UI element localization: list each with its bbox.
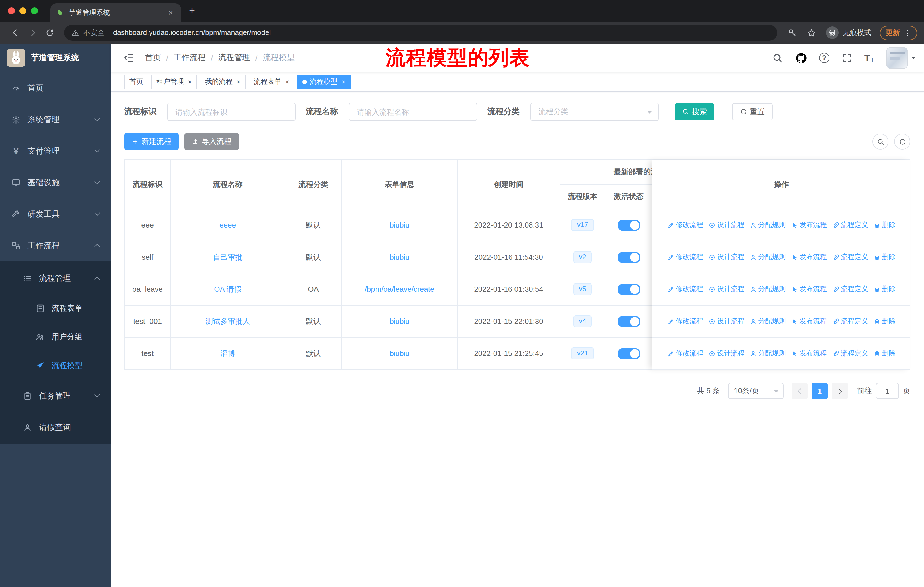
new-tab-button[interactable]: + [189,5,195,17]
row-action-definition[interactable]: 流程定义 [832,349,868,358]
process-name-link[interactable]: OA 请假 [214,284,241,294]
close-icon[interactable]: × [342,78,345,85]
submenu-item-5[interactable]: 请假查询 [0,412,111,443]
submenu-item-4[interactable]: 任务管理 [0,380,111,412]
row-action-publish[interactable]: 发布流程 [791,220,827,230]
browser-menu-icon[interactable]: ⋮ [904,28,911,37]
row-action-definition[interactable]: 流程定义 [832,252,868,262]
tab-close-icon[interactable]: × [166,8,175,17]
help-icon[interactable]: ? [819,53,830,63]
refresh-table-button[interactable] [894,134,910,150]
row-action-publish[interactable]: 发布流程 [791,252,827,262]
sidebar-item-0[interactable]: 首页 [0,72,111,104]
view-tag-0[interactable]: 首页 [124,74,148,89]
sidebar-item-3[interactable]: 基础设施 [0,167,111,198]
row-action-assign[interactable]: 分配规则 [749,284,785,294]
search-icon[interactable] [772,53,783,63]
reload-icon[interactable] [45,28,54,37]
create-process-button[interactable]: 新建流程 [124,133,179,150]
search-button[interactable]: 搜索 [675,103,714,121]
breadcrumb-item-2[interactable]: 流程管理 [218,53,250,63]
password-key-icon[interactable] [788,28,797,38]
row-action-assign[interactable]: 分配规则 [749,220,785,230]
page-1-button[interactable]: 1 [812,383,828,399]
bookmark-star-icon[interactable] [807,28,816,38]
process-name-link[interactable]: 测试多审批人 [205,316,250,326]
active-toggle[interactable] [617,219,640,231]
row-action-edit[interactable]: 修改流程 [667,316,703,326]
browser-tab[interactable]: 芋道管理系统 × [50,3,181,22]
active-toggle[interactable] [617,283,640,295]
row-action-design[interactable]: 设计流程 [708,316,744,326]
app-logo[interactable]: 芋道管理系统 [0,43,111,72]
row-action-definition[interactable]: 流程定义 [832,220,868,230]
row-action-delete[interactable]: 删除 [873,349,896,358]
sidebar-fold-icon[interactable] [123,52,135,64]
row-action-delete[interactable]: 删除 [873,220,896,230]
zoom-window-button[interactable] [31,7,38,14]
close-icon[interactable]: × [237,78,241,85]
fullscreen-icon[interactable] [842,53,852,63]
row-action-design[interactable]: 设计流程 [708,252,744,262]
row-action-definition[interactable]: 流程定义 [832,316,868,326]
active-toggle[interactable] [617,348,640,359]
filter-input-0[interactable] [167,103,295,121]
form-info-link[interactable]: biubiu [389,349,409,358]
row-action-edit[interactable]: 修改流程 [667,220,703,230]
filter-input-1[interactable] [349,103,477,121]
import-process-button[interactable]: 导入流程 [185,133,239,150]
row-action-delete[interactable]: 删除 [873,284,896,294]
minimize-window-button[interactable] [20,7,26,14]
row-action-publish[interactable]: 发布流程 [791,284,827,294]
submenu-item-1[interactable]: 流程表单 [0,294,111,323]
view-tag-2[interactable]: 我的流程× [200,74,246,89]
sidebar-item-2[interactable]: ¥支付管理 [0,135,111,167]
next-page-button[interactable] [832,383,848,399]
row-action-edit[interactable]: 修改流程 [667,349,703,358]
active-toggle[interactable] [617,316,640,327]
view-tag-3[interactable]: 流程表单× [249,74,294,89]
sidebar-item-4[interactable]: 研发工具 [0,198,111,230]
row-action-publish[interactable]: 发布流程 [791,316,827,326]
row-action-design[interactable]: 设计流程 [708,349,744,358]
submenu-item-3[interactable]: 流程模型 [0,351,111,380]
row-action-assign[interactable]: 分配规则 [749,316,785,326]
row-action-delete[interactable]: 删除 [873,252,896,262]
process-name-link[interactable]: 自己审批 [213,252,243,262]
sidebar-item-5[interactable]: 工作流程 [0,230,111,261]
submenu-item-2[interactable]: 用户分组 [0,323,111,351]
goto-page-input[interactable] [876,383,899,399]
form-info-link[interactable]: biubiu [389,317,409,326]
not-secure-icon[interactable] [72,29,79,36]
row-action-definition[interactable]: 流程定义 [832,284,868,294]
submenu-item-0[interactable]: 流程管理 [0,263,111,294]
update-button[interactable]: 更新 ⋮ [880,25,917,40]
view-tag-1[interactable]: 租户管理× [151,74,197,89]
prev-page-button[interactable] [792,383,808,399]
row-action-edit[interactable]: 修改流程 [667,284,703,294]
process-name-link[interactable]: 滔博 [220,348,235,359]
active-toggle[interactable] [617,251,640,263]
row-action-design[interactable]: 设计流程 [708,220,744,230]
breadcrumb-item-1[interactable]: 工作流程 [173,53,206,63]
address-bar[interactable]: 不安全 dashboard.yudao.iocoder.cn/bpm/manag… [64,25,777,41]
row-action-design[interactable]: 设计流程 [708,284,744,294]
reset-button[interactable]: 重置 [732,103,773,121]
row-action-assign[interactable]: 分配规则 [749,349,785,358]
show-search-button[interactable] [873,134,888,150]
github-icon[interactable] [795,52,807,64]
form-info-link[interactable]: biubiu [389,253,409,261]
row-action-publish[interactable]: 发布流程 [791,349,827,358]
close-icon[interactable]: × [285,78,289,85]
form-info-link[interactable]: /bpm/oa/leave/create [365,285,434,293]
form-info-link[interactable]: biubiu [389,221,409,229]
forward-icon[interactable] [28,28,37,37]
close-icon[interactable]: × [188,78,192,85]
close-window-button[interactable] [8,7,15,14]
row-action-edit[interactable]: 修改流程 [667,252,703,262]
breadcrumb-item-0[interactable]: 首页 [145,53,161,63]
process-name-link[interactable]: eeee [219,221,236,229]
view-tag-4[interactable]: 流程模型× [297,74,351,89]
font-size-icon[interactable]: TT [865,53,874,63]
category-select[interactable]: 流程分类 [530,103,659,121]
